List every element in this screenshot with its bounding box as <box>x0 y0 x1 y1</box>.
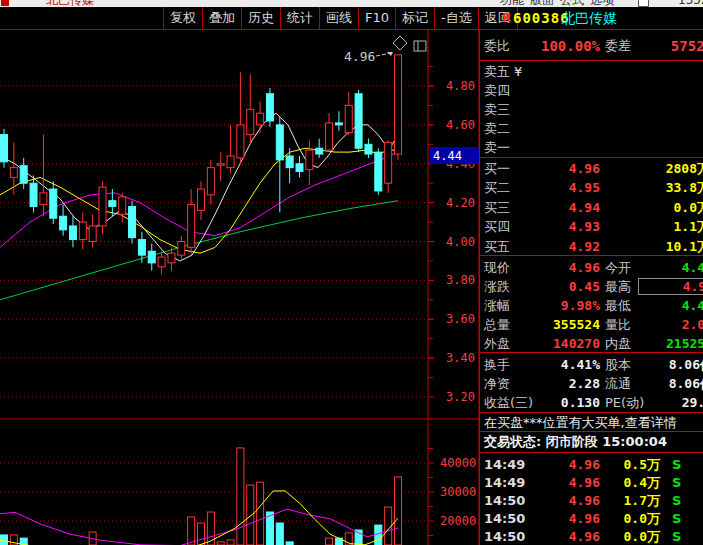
price-axis-label: 4.80 <box>446 79 475 93</box>
toolbar-button-9[interactable]: 返回 <box>478 7 518 29</box>
toolbar-button-4[interactable]: 统计 <box>280 7 319 29</box>
quote-label-2: 流通 <box>605 374 631 393</box>
tick-time: 14:50 <box>484 491 525 510</box>
buy-price: 4.93 <box>530 217 600 236</box>
panel-divider <box>480 255 703 256</box>
sell-level-row-5[interactable]: 卖五¥ <box>480 62 703 81</box>
price-axis-label: 3.60 <box>446 312 475 326</box>
quote-value-2: 8.06亿 <box>638 355 703 374</box>
split-window-icon[interactable] <box>414 41 426 51</box>
big-order-alert[interactable]: 在买盘***位置有大买单,查看详情 <box>480 414 703 431</box>
sell-level-row-4[interactable]: 卖四 <box>480 81 703 100</box>
weicha-value: 57526 <box>638 34 703 58</box>
toolbar-button-6[interactable]: F10 <box>358 7 395 29</box>
tick-volume: 0.0万 <box>610 509 660 528</box>
tick-time: 14:50 <box>484 509 525 528</box>
buy-level-row-3[interactable]: 买三4.940.0万 <box>480 198 703 217</box>
titlebar-clock: 1352 <box>678 0 703 7</box>
buy-volume: 0.0万 <box>610 198 703 217</box>
buy-price: 4.95 <box>530 178 600 197</box>
quote-label-2: 内盘 <box>605 334 631 353</box>
volume-axis-label: 20000 <box>440 514 476 528</box>
tick-row-1[interactable]: 14:494.960.5万S <box>480 455 703 474</box>
quote-label: 收益(三) <box>484 393 533 412</box>
volume-axis-label: 40000 <box>440 456 476 470</box>
quote-value: 140270 <box>530 334 600 353</box>
quote-label: 外盘 <box>484 334 510 353</box>
tick-row-5[interactable]: 14:504.960.0万S <box>480 527 703 545</box>
toolbar-button-7[interactable]: 标记 <box>395 7 434 29</box>
tick-row-4[interactable]: 14:504.960.0万S <box>480 509 703 528</box>
price-axis-label: 3.80 <box>446 273 475 287</box>
quote-value-2: 4.42 <box>638 296 703 315</box>
buy-level-row-5[interactable]: 买五4.9210.1万 <box>480 237 703 256</box>
toolbar-button-3[interactable]: 历史 <box>241 7 280 29</box>
tick-row-3[interactable]: 14:504.961.7万S <box>480 491 703 510</box>
tick-side: S <box>672 491 681 510</box>
panel-divider <box>480 412 703 413</box>
buy-level-row-1[interactable]: 买一4.962808万 <box>480 159 703 178</box>
sell-level-label: 卖四 <box>484 81 510 100</box>
quote-row-5: 外盘140270内盘215254 <box>480 334 703 353</box>
buy-volume: 10.1万 <box>610 237 703 256</box>
buy-level-label: 买二 <box>484 178 510 197</box>
menu-item-options[interactable]: 选项 <box>590 0 614 7</box>
quote-label-2: 今开 <box>605 258 631 277</box>
buy-price: 4.96 <box>530 159 600 178</box>
tick-volume: 0.5万 <box>610 455 660 474</box>
menu-item-layout[interactable]: 版面 <box>530 0 554 7</box>
quote-value: 9.98% <box>530 296 600 315</box>
tick-volume: 1.7万 <box>610 491 660 510</box>
quote-label-2: 最高 <box>605 277 631 296</box>
quote-row-3: 涨幅9.98%最低4.42 <box>480 296 703 315</box>
toolbar-button-1[interactable]: 复权 <box>163 7 202 29</box>
buy-level-row-2[interactable]: 买二4.9533.8万 <box>480 178 703 197</box>
document-icon[interactable] <box>638 0 649 7</box>
menu-item-formula[interactable]: 公式 <box>560 0 584 7</box>
toolbar-button-2[interactable]: 叠加 <box>202 7 241 29</box>
buy-level-label: 买四 <box>484 217 510 236</box>
current-price-tag: 4.44 <box>433 149 462 163</box>
candlestick-chart[interactable]: 4.804.604.404.204.003.803.603.403.204000… <box>0 30 480 545</box>
quote-row-7: 净资2.28流通8.06亿 <box>480 374 703 393</box>
currency-icon: ¥ <box>514 62 522 81</box>
buy-volume: 2808万 <box>610 159 703 178</box>
quote-label-2: 最低 <box>605 296 631 315</box>
quote-value-2: 2.05 <box>638 315 703 334</box>
quote-row-2: 涨跌0.45最高4.96 <box>480 277 703 296</box>
weicha-label: 委差 <box>605 34 631 58</box>
price-axis-label: 3.20 <box>446 390 475 404</box>
sell-level-row-1[interactable]: 卖一 <box>480 138 703 157</box>
quote-label: 净资 <box>484 374 510 393</box>
tick-price: 4.96 <box>530 491 600 510</box>
sell-level-row-2[interactable]: 卖二 <box>480 119 703 138</box>
trading-status-row: 交易状态: 闭市阶段 15:00:04 <box>480 433 703 451</box>
stock-name: 北巴传媒 <box>561 10 617 28</box>
weibi-label: 委比 <box>484 34 510 58</box>
price-axis-label: 3.40 <box>446 351 475 365</box>
sell-level-label: 卖五 <box>484 62 510 81</box>
quote-row-6: 换手4.41%股本8.06亿 <box>480 355 703 374</box>
quote-value: 4.96 <box>530 258 600 277</box>
tick-price: 4.96 <box>530 527 600 545</box>
buy-level-row-4[interactable]: 买四4.931.1万 <box>480 217 703 236</box>
tick-price: 4.96 <box>530 455 600 474</box>
tick-time: 14:50 <box>484 527 525 545</box>
quote-value-2: 215254 <box>638 334 703 353</box>
quote-value-2: 4.45 <box>638 258 703 277</box>
peak-price-annotation: 4.96 <box>344 49 375 64</box>
tick-volume: 0.0万 <box>610 527 660 545</box>
quote-value-2: 29.3 <box>638 393 703 412</box>
menu-item-function[interactable]: 功能 <box>500 0 524 7</box>
diamond-marker-icon[interactable] <box>393 36 407 50</box>
panel-divider <box>480 157 703 158</box>
app-titlebar: 北巴传媒 功能 版面 公式 选项 1352 <box>0 0 703 7</box>
sell-level-row-3[interactable]: 卖三 <box>480 100 703 119</box>
tick-time: 14:49 <box>484 455 525 474</box>
quote-value: 4.41% <box>530 355 600 374</box>
tick-row-2[interactable]: 14:494.960.4万S <box>480 473 703 492</box>
buy-volume: 33.8万 <box>610 178 703 197</box>
toolbar-button-8[interactable]: -自选 <box>434 7 478 29</box>
quote-row-1: 现价4.96今开4.45 <box>480 258 703 277</box>
toolbar-button-5[interactable]: 画线 <box>319 7 358 29</box>
